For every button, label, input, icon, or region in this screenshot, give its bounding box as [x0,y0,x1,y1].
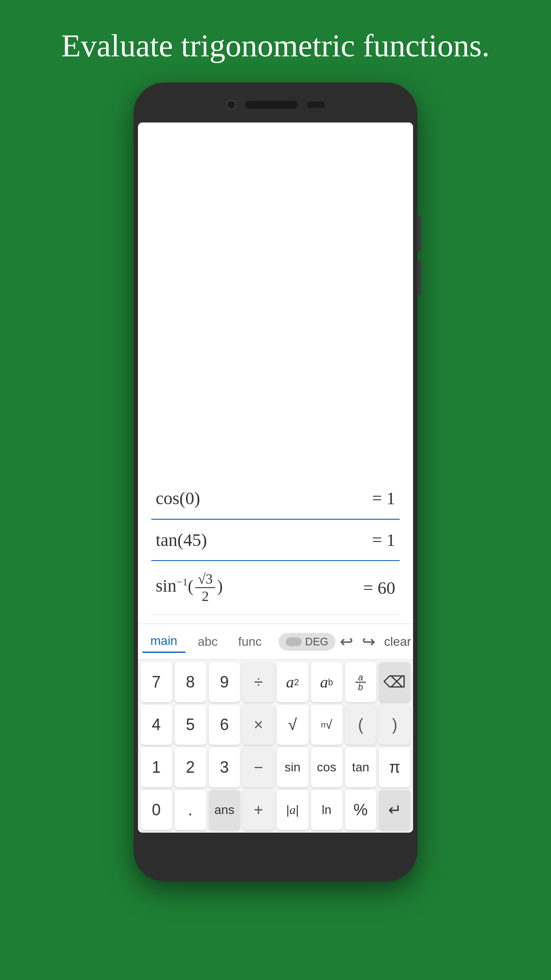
key-6[interactable]: 6 [209,705,240,745]
key-ans[interactable]: ans [209,790,240,830]
key-row-1: 7 8 9 ÷ a2 ab a b ⌫ [141,662,410,702]
tab-abc[interactable]: abc [190,631,226,652]
key-3[interactable]: 3 [209,747,240,787]
key-percent[interactable]: % [345,790,377,830]
key-close-paren[interactable]: ) [379,705,410,745]
key-backspace[interactable]: ⌫ [379,662,410,702]
key-sin[interactable]: sin [277,747,308,787]
key-7[interactable]: 7 [141,662,172,702]
result-3: = 60 [363,577,395,598]
phone-speaker [245,101,298,109]
calc-history-row-1[interactable]: cos(0) = 1 [151,478,400,519]
key-fraction[interactable]: a b [345,662,377,702]
key-5[interactable]: 5 [175,705,206,745]
side-button-vol [417,216,421,251]
redo-icon[interactable]: ↪ [362,632,375,651]
calc-history-row-3[interactable]: sin−1(√32) = 60 [151,561,400,615]
key-multiply[interactable]: × [243,705,274,745]
key-0[interactable]: 0 [141,790,172,830]
key-1[interactable]: 1 [141,747,172,787]
key-2[interactable]: 2 [175,747,206,787]
keyboard-area: main abc func DEG ↩ ↪ clear 🔧 [138,624,413,833]
deg-switch[interactable] [286,637,302,646]
key-4[interactable]: 4 [141,705,172,745]
key-add[interactable]: + [243,790,274,830]
phone-frame: cos(0) = 1 tan(45) = 1 sin−1(√32) = [134,83,417,881]
key-tan[interactable]: tan [345,747,377,787]
key-row-3: 1 2 3 − sin cos tan π [141,747,410,787]
phone-sensor [307,102,325,108]
key-power[interactable]: ab [311,662,342,702]
tab-main[interactable]: main [142,630,185,653]
key-nth-root[interactable]: n√ [311,705,342,745]
phone-screen: cos(0) = 1 tan(45) = 1 sin−1(√32) = [138,122,413,833]
key-divide[interactable]: ÷ [243,662,274,702]
calculator-display: cos(0) = 1 tan(45) = 1 sin−1(√32) = [138,122,413,624]
key-abs[interactable]: |a| [277,790,308,830]
phone-notch [138,87,413,122]
header-text: Evaluate trigonometric functions. [26,0,525,83]
key-decimal[interactable]: . [175,790,206,830]
expression-3: sin−1(√32) [156,571,223,605]
key-open-paren[interactable]: ( [345,705,377,745]
calc-history: cos(0) = 1 tan(45) = 1 sin−1(√32) = [151,478,400,615]
toolbar-icons: ↩ ↪ clear 🔧 [340,632,413,651]
undo-icon[interactable]: ↩ [340,632,353,651]
key-square[interactable]: a2 [277,662,308,702]
key-sqrt[interactable]: √ [277,705,308,745]
tab-func[interactable]: func [230,631,270,652]
key-cos[interactable]: cos [311,747,342,787]
result-2: = 1 [372,530,395,550]
key-row-4: 0 . ans + |a| ln % ↵ [141,790,410,830]
key-enter[interactable]: ↵ [379,790,410,830]
result-1: = 1 [372,488,395,509]
deg-label: DEG [305,636,328,648]
expression-2: tan(45) [156,530,207,550]
key-ln[interactable]: ln [311,790,342,830]
keyboard-tabs: main abc func DEG ↩ ↪ clear 🔧 [138,624,413,660]
expression-1: cos(0) [156,488,200,509]
key-9[interactable]: 9 [209,662,240,702]
side-button-vol2 [417,260,421,296]
clear-button[interactable]: clear [384,635,411,649]
keyboard-rows: 7 8 9 ÷ a2 ab a b ⌫ [138,660,413,833]
calc-history-row-2[interactable]: tan(45) = 1 [151,519,400,561]
key-row-2: 4 5 6 × √ n√ ( ) [141,705,410,745]
key-subtract[interactable]: − [243,747,274,787]
key-8[interactable]: 8 [175,662,206,702]
camera-icon [226,100,236,110]
key-pi[interactable]: π [379,747,410,787]
deg-toggle[interactable]: DEG [279,633,335,651]
